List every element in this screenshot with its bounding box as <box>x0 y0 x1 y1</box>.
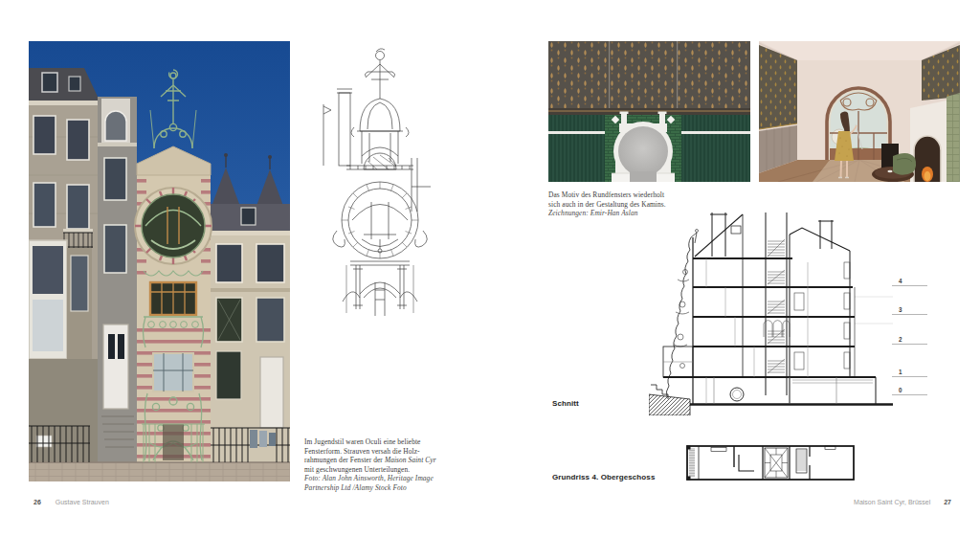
plan-label: Grundriss 4. Obergeschoss <box>552 473 655 481</box>
level-number: 3 <box>899 306 927 313</box>
level-marker: 0 <box>892 387 927 395</box>
footer-left: 26 Gustave Strauven <box>33 499 109 505</box>
caption-left-line: mit geschwungenen Unterteilungen. <box>304 465 467 475</box>
section-drawing-art <box>649 213 893 415</box>
caption-left-line: Im Jugendstil waren Oculi eine beliebte <box>304 437 467 447</box>
caption-right-line: Das Motiv des Rundfensters wiederholt <box>548 190 719 200</box>
page-number-right: 27 <box>944 499 951 505</box>
level-marker: 2 <box>892 336 927 345</box>
section-drawing <box>649 213 893 415</box>
floor-plan-drawing <box>682 438 855 484</box>
page-number-left: 26 <box>33 499 41 505</box>
running-title-left: Gustave Strauven <box>56 499 109 505</box>
caption-left-line: Fensterform. Strauven versah die Holz- <box>304 447 467 457</box>
caption-left: Im Jugendstil waren Oculi eine beliebte … <box>304 437 467 493</box>
level-number: 1 <box>899 369 927 375</box>
interior-rendering-art <box>759 41 960 182</box>
level-marker: 3 <box>892 306 927 315</box>
running-title-right: Maison Saint Cyr, Brüssel <box>854 499 930 505</box>
facade-photo <box>29 41 290 481</box>
level-number: 0 <box>899 387 927 393</box>
interior-rendering <box>759 41 960 182</box>
caption-right-line: sich auch in der Gestaltung des Kamins. <box>548 200 719 210</box>
level-number: 4 <box>899 278 927 284</box>
caption-left-credit: Foto: Alan John Ainsworth, Heritage Imag… <box>304 474 467 483</box>
caption-left-line: rahmungen der Fenster der Maison Saint C… <box>304 456 467 465</box>
facade-photo-art <box>29 41 290 481</box>
level-marker: 1 <box>892 369 927 377</box>
level-marker: 4 <box>892 278 927 286</box>
level-number: 2 <box>899 336 927 343</box>
fireplace-elevation-drawing <box>548 41 750 182</box>
footer-right: Maison Saint Cyr, Brüssel 27 <box>854 499 951 505</box>
caption-left-credit: Partnership Ltd /Alamy Stock Foto <box>304 483 467 493</box>
section-label: Schnitt <box>552 399 579 408</box>
floor-plan-art <box>682 438 855 484</box>
oculus-line-drawing <box>304 43 455 316</box>
fireplace-elevation-art <box>548 41 750 182</box>
oculus-line-drawing-art <box>304 43 455 316</box>
